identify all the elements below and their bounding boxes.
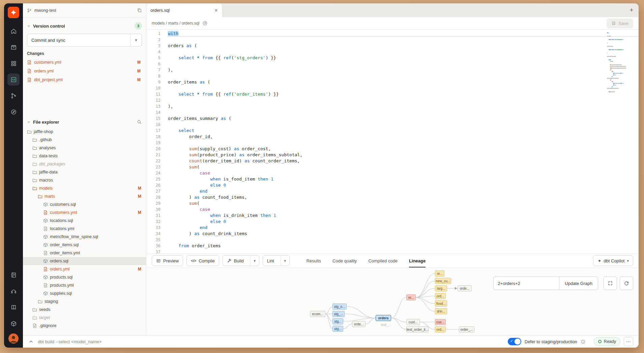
tab-code-quality[interactable]: Code quality	[332, 254, 357, 267]
tree-item-jaffle-shop[interactable]: jaffle-shop	[23, 128, 146, 136]
lineage-node-orders[interactable]: orders	[376, 315, 391, 321]
duplicate-icon[interactable]	[137, 8, 142, 13]
tree-item-data-tests[interactable]: data-tests	[23, 152, 146, 160]
lineage-node-ord[interactable]: ord...	[435, 293, 446, 299]
dbt-copilot-button[interactable]: ✦ dbt Copilot ▾	[593, 255, 633, 266]
fullscreen-icon[interactable]	[604, 277, 617, 290]
tab-orders-sql[interactable]: orders.sql ✕	[146, 3, 222, 17]
lineage-node-or[interactable]: or...	[406, 294, 416, 300]
tab-results[interactable]: Results	[306, 254, 321, 267]
tree-item-order-items-yml[interactable]: order_items.yml	[23, 249, 146, 257]
file-name: data-tests	[39, 154, 143, 158]
info-icon[interactable]	[581, 339, 586, 344]
file-explorer-header[interactable]: File explorer	[23, 116, 146, 128]
lineage-node-test[interactable]: test_...	[376, 322, 396, 328]
tree-item-github[interactable]: .github	[23, 136, 146, 144]
lineage-node-orde[interactable]: orde...	[352, 321, 365, 327]
lint-main-segment[interactable]: Lint	[263, 256, 278, 266]
update-graph-button[interactable]: Update Graph	[559, 277, 598, 290]
tree-item-gitignore[interactable]: .gitignore	[23, 322, 146, 330]
build-icon	[227, 258, 232, 263]
lineage-node-ord[interactable]: ord...	[435, 326, 446, 332]
orchestrate-icon[interactable]	[7, 90, 20, 102]
lineage-node-stg[interactable]: stg...	[332, 326, 343, 332]
lineage-node-orde[interactable]: orde...	[458, 285, 472, 291]
status-badge[interactable]: Ready	[594, 337, 620, 346]
lint-options-caret[interactable]: ▾	[281, 256, 289, 266]
tree-item-staging[interactable]: staging	[23, 297, 146, 306]
lineage-node-or[interactable]: or...	[435, 270, 444, 277]
tree-item-customers-sql[interactable]: customers.sql	[23, 200, 146, 208]
tree-item-macros[interactable]: macros	[23, 176, 146, 184]
changed-file-customers-yml[interactable]: customers.ymlM	[27, 58, 142, 67]
catalog-icon[interactable]	[7, 317, 20, 329]
support-icon[interactable]	[7, 285, 20, 297]
lineage-selector-input[interactable]	[493, 277, 559, 290]
tree-item-products-yml[interactable]: products.yml	[23, 281, 146, 289]
home-icon[interactable]	[7, 25, 20, 37]
version-control-header[interactable]: Version control 3	[27, 21, 142, 31]
new-tab-button[interactable]: +	[624, 3, 639, 17]
tab-lineage[interactable]: Lineage	[409, 254, 426, 267]
lineage-node-drin[interactable]: drin...	[435, 308, 447, 314]
docs-icon[interactable]	[7, 301, 20, 313]
lineage-node-stg[interactable]: stg...	[332, 318, 343, 324]
user-avatar[interactable]	[8, 333, 19, 344]
project-row[interactable]: mwong-test	[23, 3, 146, 18]
lineage-node-new-cu[interactable]: new_cu...	[435, 278, 451, 284]
defer-toggle[interactable]: ✓	[508, 338, 521, 345]
dbt-logo[interactable]	[8, 7, 19, 18]
changed-file-orders-yml[interactable]: orders.ymlM	[27, 67, 142, 75]
code-editor[interactable]: 1234567891011121314151617181920212223242…	[146, 30, 639, 254]
lineage-node-stg-o[interactable]: stg_o...	[332, 303, 347, 310]
lineage-node-order[interactable]: order_...	[459, 326, 474, 332]
tab-compiled-code[interactable]: Compiled code	[368, 254, 398, 267]
tree-item-locations-yml[interactable]: locations.yml	[23, 225, 146, 233]
build-main-segment[interactable]: Build	[223, 256, 248, 266]
search-icon[interactable]	[137, 120, 142, 125]
tree-item-target[interactable]: target	[23, 314, 146, 322]
tree-item-models[interactable]: modelsM	[23, 184, 146, 192]
explore-icon[interactable]	[7, 106, 20, 118]
tree-item-orders-sql[interactable]: orders.sql	[23, 257, 146, 265]
lineage-node-stg[interactable]: stg_...	[332, 311, 345, 317]
tree-item-order-items-sql[interactable]: order_items.sql	[23, 241, 146, 249]
compile-button[interactable]: </> Compile	[186, 255, 219, 266]
lint-button[interactable]: Lint ▾	[263, 255, 290, 266]
save-button[interactable]: Save	[607, 19, 633, 28]
tree-item-marts[interactable]: martsM	[23, 192, 146, 200]
tree-item-orders-yml[interactable]: orders.ymlM	[23, 265, 146, 273]
tree-item-jaffle-data[interactable]: jaffle-data	[23, 168, 146, 176]
preview-button[interactable]: Preview	[152, 255, 183, 266]
commit-options-caret[interactable]: ▾	[130, 34, 142, 46]
tree-item-metricflow-time-spine-sql[interactable]: metricflow_time_spine.sql	[23, 233, 146, 241]
tree-item-analyses[interactable]: analyses	[23, 144, 146, 152]
changed-file-dbt-project-yml[interactable]: dbt_project.ymlM	[27, 75, 142, 84]
build-button[interactable]: Build ▾	[223, 255, 259, 266]
apps-icon[interactable]	[7, 57, 20, 69]
tree-item-customers-yml[interactable]: customers.ymlM	[23, 208, 146, 217]
copy-path-icon[interactable]	[202, 21, 208, 26]
lineage-node-ecom[interactable]: ecom...	[310, 311, 325, 317]
command-input[interactable]: dbt build --select <model_name>	[38, 339, 101, 344]
tree-item-dbt-packages[interactable]: dbt_packages	[23, 160, 146, 168]
tree-item-locations-sql[interactable]: locations.sql	[23, 217, 146, 225]
lineage-node-cust[interactable]: cust...	[406, 319, 420, 325]
refresh-icon[interactable]	[620, 277, 633, 290]
tree-item-products-sql[interactable]: products.sql	[23, 273, 146, 281]
tree-item-supplies-sql[interactable]: supplies.sql	[23, 289, 146, 297]
commit-and-sync-button[interactable]: Commit and sync ▾	[27, 34, 142, 46]
tree-item-seeds[interactable]: seeds	[23, 306, 146, 314]
lineage-node-test-order-it[interactable]: test_order_it...	[406, 326, 429, 332]
editor-minimap[interactable]	[607, 32, 634, 95]
develop-icon[interactable]	[7, 73, 20, 86]
lineage-node-larg[interactable]: larg...	[435, 285, 447, 291]
expand-command-bar-icon[interactable]	[28, 339, 34, 344]
lineage-node-cus[interactable]: cus...	[435, 319, 446, 325]
more-options-button[interactable]: ⋯	[624, 337, 633, 346]
build-options-caret[interactable]: ▾	[250, 256, 259, 266]
deploy-icon[interactable]	[7, 41, 20, 53]
lineage-node-food[interactable]: food...	[435, 300, 447, 307]
notebook-icon[interactable]	[7, 269, 20, 281]
close-tab-icon[interactable]: ✕	[214, 8, 218, 13]
